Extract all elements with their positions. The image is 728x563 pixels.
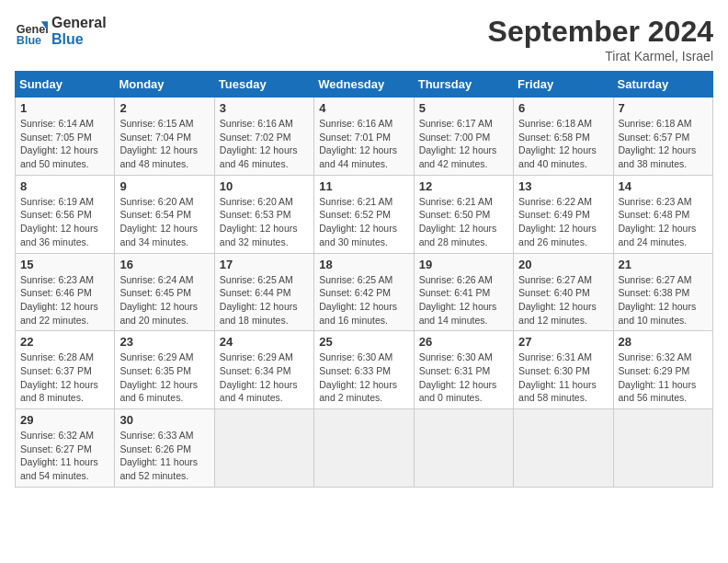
calendar-cell: 1Sunrise: 6:14 AM Sunset: 7:05 PM Daylig… — [16, 98, 115, 176]
calendar-cell: 24Sunrise: 6:29 AM Sunset: 6:34 PM Dayli… — [214, 331, 313, 409]
logo: General Blue General Blue — [15, 15, 107, 48]
day-number: 2 — [119, 101, 209, 115]
day-number: 27 — [518, 335, 608, 349]
day-number: 8 — [20, 179, 109, 193]
day-number: 9 — [119, 179, 209, 193]
day-number: 19 — [419, 258, 508, 271]
calendar-cell — [613, 409, 712, 488]
calendar-cell: 8Sunrise: 6:19 AM Sunset: 6:56 PM Daylig… — [16, 175, 115, 253]
day-number: 12 — [419, 179, 508, 193]
location: Tirat Karmel, Israel — [488, 49, 713, 63]
title-block: September 2024 Tirat Karmel, Israel — [488, 15, 713, 63]
day-info: Sunrise: 6:15 AM Sunset: 7:04 PM Dayligh… — [119, 117, 209, 171]
day-info: Sunrise: 6:28 AM Sunset: 6:37 PM Dayligh… — [20, 350, 109, 405]
svg-text:Blue: Blue — [17, 34, 41, 47]
day-number: 3 — [220, 101, 309, 115]
day-info: Sunrise: 6:32 AM Sunset: 6:27 PM Dayligh… — [20, 429, 109, 483]
day-number: 26 — [419, 335, 508, 349]
day-number: 24 — [220, 335, 309, 349]
calendar-cell: 7Sunrise: 6:18 AM Sunset: 6:57 PM Daylig… — [613, 98, 712, 176]
calendar-cell: 21Sunrise: 6:27 AM Sunset: 6:38 PM Dayli… — [613, 253, 712, 331]
day-info: Sunrise: 6:27 AM Sunset: 6:38 PM Dayligh… — [619, 273, 708, 327]
day-info: Sunrise: 6:33 AM Sunset: 6:26 PM Dayligh… — [119, 429, 209, 483]
day-number: 14 — [619, 179, 708, 193]
weekday-header-friday: Friday — [514, 72, 613, 98]
day-number: 13 — [518, 179, 608, 193]
day-info: Sunrise: 6:30 AM Sunset: 6:33 PM Dayligh… — [319, 350, 408, 405]
calendar-cell: 9Sunrise: 6:20 AM Sunset: 6:54 PM Daylig… — [115, 175, 214, 253]
calendar-cell — [314, 409, 414, 488]
day-info: Sunrise: 6:23 AM Sunset: 6:48 PM Dayligh… — [619, 195, 708, 249]
day-number: 20 — [518, 258, 608, 271]
day-number: 30 — [119, 413, 209, 427]
calendar-cell: 26Sunrise: 6:30 AM Sunset: 6:31 PM Dayli… — [414, 331, 513, 409]
day-number: 25 — [319, 335, 408, 349]
calendar-cell — [514, 409, 613, 488]
calendar-cell: 19Sunrise: 6:26 AM Sunset: 6:41 PM Dayli… — [414, 253, 513, 331]
day-info: Sunrise: 6:19 AM Sunset: 6:56 PM Dayligh… — [20, 195, 109, 249]
week-row-5: 29Sunrise: 6:32 AM Sunset: 6:27 PM Dayli… — [16, 409, 713, 488]
calendar-cell: 5Sunrise: 6:17 AM Sunset: 7:00 PM Daylig… — [414, 98, 513, 176]
day-info: Sunrise: 6:29 AM Sunset: 6:34 PM Dayligh… — [220, 350, 309, 405]
weekday-header-sunday: Sunday — [16, 72, 115, 98]
calendar-cell: 27Sunrise: 6:31 AM Sunset: 6:30 PM Dayli… — [514, 331, 613, 409]
day-number: 21 — [619, 258, 708, 271]
calendar-cell: 11Sunrise: 6:21 AM Sunset: 6:52 PM Dayli… — [314, 175, 414, 253]
day-number: 15 — [20, 258, 109, 271]
weekday-header-monday: Monday — [115, 72, 214, 98]
day-info: Sunrise: 6:22 AM Sunset: 6:49 PM Dayligh… — [518, 195, 608, 249]
calendar-cell: 18Sunrise: 6:25 AM Sunset: 6:42 PM Dayli… — [314, 253, 414, 331]
day-info: Sunrise: 6:25 AM Sunset: 6:42 PM Dayligh… — [319, 273, 408, 327]
month-title: September 2024 — [488, 15, 713, 49]
page-header: General Blue General Blue September 2024… — [15, 15, 713, 63]
calendar-cell: 22Sunrise: 6:28 AM Sunset: 6:37 PM Dayli… — [16, 331, 115, 409]
calendar-cell: 17Sunrise: 6:25 AM Sunset: 6:44 PM Dayli… — [214, 253, 313, 331]
day-info: Sunrise: 6:18 AM Sunset: 6:58 PM Dayligh… — [518, 117, 608, 171]
day-info: Sunrise: 6:20 AM Sunset: 6:54 PM Dayligh… — [119, 195, 209, 249]
day-number: 28 — [619, 335, 708, 349]
day-info: Sunrise: 6:30 AM Sunset: 6:31 PM Dayligh… — [419, 350, 508, 405]
calendar-cell — [414, 409, 513, 488]
day-number: 4 — [319, 101, 408, 115]
logo-blue: Blue — [51, 31, 107, 48]
week-row-3: 15Sunrise: 6:23 AM Sunset: 6:46 PM Dayli… — [16, 253, 713, 331]
weekday-header-wednesday: Wednesday — [314, 72, 414, 98]
day-info: Sunrise: 6:27 AM Sunset: 6:40 PM Dayligh… — [518, 273, 608, 327]
calendar-cell: 29Sunrise: 6:32 AM Sunset: 6:27 PM Dayli… — [16, 409, 115, 488]
day-number: 6 — [518, 101, 608, 115]
calendar-cell: 12Sunrise: 6:21 AM Sunset: 6:50 PM Dayli… — [414, 175, 513, 253]
calendar-cell: 6Sunrise: 6:18 AM Sunset: 6:58 PM Daylig… — [514, 98, 613, 176]
logo-general: General — [51, 15, 107, 31]
day-info: Sunrise: 6:16 AM Sunset: 7:01 PM Dayligh… — [319, 117, 408, 171]
day-number: 10 — [220, 179, 309, 193]
calendar-table: SundayMondayTuesdayWednesdayThursdayFrid… — [15, 71, 713, 488]
day-info: Sunrise: 6:25 AM Sunset: 6:44 PM Dayligh… — [220, 273, 309, 327]
day-number: 17 — [220, 258, 309, 271]
weekday-header-saturday: Saturday — [613, 72, 712, 98]
day-info: Sunrise: 6:23 AM Sunset: 6:46 PM Dayligh… — [20, 273, 109, 327]
week-row-4: 22Sunrise: 6:28 AM Sunset: 6:37 PM Dayli… — [16, 331, 713, 409]
calendar-cell: 30Sunrise: 6:33 AM Sunset: 6:26 PM Dayli… — [115, 409, 214, 488]
calendar-cell: 23Sunrise: 6:29 AM Sunset: 6:35 PM Dayli… — [115, 331, 214, 409]
day-number: 7 — [619, 101, 708, 115]
day-number: 5 — [419, 101, 508, 115]
calendar-cell: 20Sunrise: 6:27 AM Sunset: 6:40 PM Dayli… — [514, 253, 613, 331]
day-info: Sunrise: 6:24 AM Sunset: 6:45 PM Dayligh… — [119, 273, 209, 327]
calendar-cell: 3Sunrise: 6:16 AM Sunset: 7:02 PM Daylig… — [214, 98, 313, 176]
weekday-header-tuesday: Tuesday — [214, 72, 313, 98]
day-info: Sunrise: 6:20 AM Sunset: 6:53 PM Dayligh… — [220, 195, 309, 249]
calendar-cell: 25Sunrise: 6:30 AM Sunset: 6:33 PM Dayli… — [314, 331, 414, 409]
calendar-cell: 14Sunrise: 6:23 AM Sunset: 6:48 PM Dayli… — [613, 175, 712, 253]
calendar-cell: 4Sunrise: 6:16 AM Sunset: 7:01 PM Daylig… — [314, 98, 414, 176]
day-number: 22 — [20, 335, 109, 349]
day-number: 18 — [319, 258, 408, 271]
day-info: Sunrise: 6:32 AM Sunset: 6:29 PM Dayligh… — [619, 350, 708, 405]
week-row-2: 8Sunrise: 6:19 AM Sunset: 6:56 PM Daylig… — [16, 175, 713, 253]
day-info: Sunrise: 6:14 AM Sunset: 7:05 PM Dayligh… — [20, 117, 109, 171]
day-info: Sunrise: 6:31 AM Sunset: 6:30 PM Dayligh… — [518, 350, 608, 405]
day-number: 23 — [119, 335, 209, 349]
day-info: Sunrise: 6:21 AM Sunset: 6:52 PM Dayligh… — [319, 195, 408, 249]
day-number: 11 — [319, 179, 408, 193]
calendar-cell: 28Sunrise: 6:32 AM Sunset: 6:29 PM Dayli… — [613, 331, 712, 409]
day-info: Sunrise: 6:16 AM Sunset: 7:02 PM Dayligh… — [220, 117, 309, 171]
